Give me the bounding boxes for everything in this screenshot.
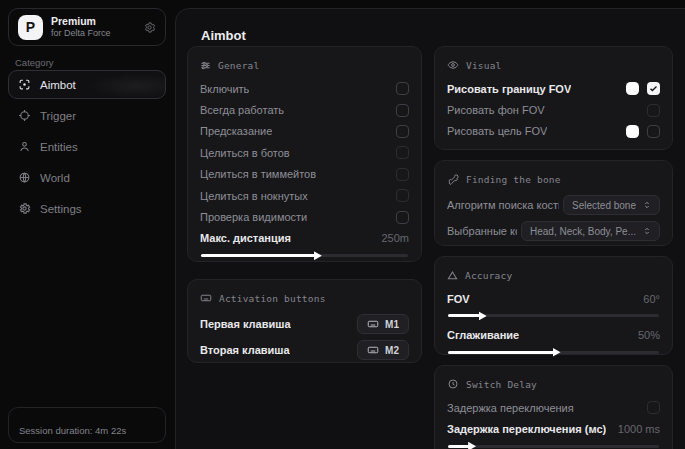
bone-selected-dropdown[interactable]: Head, Neck, Body, Pe... <box>521 221 660 241</box>
max-distance-row: Макс. дистанция 250m <box>200 228 409 249</box>
toggle-row: Целиться в нокнутых <box>200 185 409 206</box>
sliders-icon <box>200 60 211 71</box>
toggle-row: Целиться в ботов <box>200 142 409 163</box>
activation-title: Activation buttons <box>219 293 326 304</box>
bone-selected-label: Выбранные кости <box>447 225 517 237</box>
fov-label: FOV <box>447 293 470 305</box>
world-globe-icon <box>18 171 31 184</box>
bone-selected-row: Выбранные кости Head, Neck, Body, Pe... <box>447 218 660 244</box>
slider-thumb[interactable] <box>479 311 487 320</box>
chevron-up-down-icon <box>643 226 651 236</box>
keyboard-icon <box>200 292 212 304</box>
prediction-checkbox[interactable] <box>396 125 409 138</box>
category-label: Category <box>15 57 54 68</box>
max-distance-slider[interactable] <box>201 254 408 257</box>
toggle-label: Всегда работать <box>200 104 284 116</box>
sidebar-item-trigger[interactable]: Trigger <box>8 101 166 130</box>
fov-border-checkbox[interactable] <box>647 82 660 95</box>
keybind-row: Первая клавиша M1 <box>200 311 409 337</box>
switch-delay-ms-row: Задержка переключения (мс) 1000 ms <box>447 418 660 439</box>
accuracy-card: Accuracy FOV 60° Сглаживание 50% <box>434 256 673 355</box>
sidebar-nav: Aimbot Trigger Entities <box>8 70 166 223</box>
switch-delay-header: Switch Delay <box>447 376 660 392</box>
always-work-checkbox[interactable] <box>396 104 409 117</box>
visual-header: Visual <box>447 57 660 73</box>
second-key-label: Вторая клавиша <box>200 344 290 356</box>
eye-icon <box>447 59 459 71</box>
keybind-value: M1 <box>385 319 399 330</box>
sidebar-item-label: World <box>40 172 70 184</box>
switch-delay-ms-value: 1000 ms <box>618 423 660 435</box>
chevron-up-down-icon <box>643 200 651 210</box>
sidebar-item-world[interactable]: World <box>8 163 166 192</box>
slider-thumb[interactable] <box>314 251 322 260</box>
fov-slider[interactable] <box>448 314 659 317</box>
slider-thumb[interactable] <box>553 348 561 357</box>
accuracy-header: Accuracy <box>447 267 660 283</box>
visual-card: Visual Рисовать границу FOV Рисовать фон… <box>434 46 673 150</box>
switch-delay-slider[interactable] <box>448 445 659 448</box>
entities-person-icon <box>18 140 31 153</box>
session-duration-box: Session duration: 4m 22s <box>8 407 166 443</box>
fov-background-label: Рисовать фон FOV <box>447 104 545 116</box>
activation-header: Activation buttons <box>200 290 409 306</box>
keybind-value: M2 <box>385 345 399 356</box>
sidebar-item-label: Trigger <box>40 110 76 122</box>
first-keybind-button[interactable]: M1 <box>357 314 409 334</box>
smoothing-label: Сглаживание <box>447 329 519 341</box>
bone-card: Finding the bone Алгоритм поиска кости S… <box>434 160 673 246</box>
visibility-check-checkbox[interactable] <box>396 211 409 224</box>
sidebar-item-label: Settings <box>40 203 82 215</box>
toggle-label: Целиться в ботов <box>200 147 290 159</box>
fov-background-checkbox[interactable] <box>647 104 660 117</box>
switch-delay-toggle-row: Задержка переключения <box>447 397 660 418</box>
slider-thumb[interactable] <box>468 442 476 449</box>
triangle-icon <box>447 270 458 281</box>
toggle-row: Всегда работать <box>200 99 409 120</box>
fov-border-color-swatch[interactable] <box>626 82 639 95</box>
toggle-label: Целиться в нокнутых <box>200 190 308 202</box>
target-teammates-checkbox[interactable] <box>396 168 409 181</box>
switch-delay-checkbox[interactable] <box>647 401 660 414</box>
accuracy-title: Accuracy <box>465 270 512 281</box>
smoothing-row: Сглаживание 50% <box>447 324 660 345</box>
switch-delay-card: Switch Delay Задержка переключения Задер… <box>434 365 673 449</box>
bone-algorithm-dropdown[interactable]: Selected bone <box>563 195 660 215</box>
fov-target-checkbox[interactable] <box>647 125 660 138</box>
sidebar-item-aimbot[interactable]: Aimbot <box>8 70 166 99</box>
clock-icon <box>447 378 459 390</box>
sidebar: P Premium for Delta Force Category Aimbo… <box>0 0 174 449</box>
visual-title: Visual <box>466 60 502 71</box>
sidebar-item-settings[interactable]: Settings <box>8 194 166 223</box>
switch-delay-title: Switch Delay <box>466 379 537 390</box>
bone-header: Finding the bone <box>447 171 660 187</box>
aimbot-viewfinder-icon <box>18 78 31 91</box>
target-knocked-checkbox[interactable] <box>396 189 409 202</box>
brand-subtitle: for Delta Force <box>51 28 111 39</box>
second-keybind-button[interactable]: M2 <box>357 340 409 360</box>
enable-checkbox[interactable] <box>396 82 409 95</box>
toggle-row: Проверка видимости <box>200 206 409 227</box>
bone-algorithm-value: Selected bone <box>572 200 636 211</box>
smoothing-slider[interactable] <box>448 351 659 354</box>
general-header: General <box>200 57 409 73</box>
page-title: Aimbot <box>201 28 246 43</box>
brand-title: Premium <box>51 15 111 28</box>
bone-title: Finding the bone <box>466 174 561 185</box>
keybind-row: Вторая клавиша M2 <box>200 337 409 363</box>
smoothing-value: 50% <box>638 329 660 341</box>
visual-row: Рисовать цель FOV <box>447 121 660 142</box>
fov-target-color-swatch[interactable] <box>626 125 639 138</box>
toggle-label: Проверка видимости <box>200 211 307 223</box>
brand-settings-gear-icon[interactable] <box>143 21 156 34</box>
general-title: General <box>218 60 259 71</box>
target-bots-checkbox[interactable] <box>396 146 409 159</box>
visual-row: Рисовать фон FOV <box>447 99 660 120</box>
sidebar-item-entities[interactable]: Entities <box>8 132 166 161</box>
sidebar-item-label: Entities <box>40 141 78 153</box>
switch-delay-toggle-label: Задержка переключения <box>447 402 574 414</box>
fov-border-label: Рисовать границу FOV <box>447 83 571 95</box>
sidebar-item-label: Aimbot <box>40 79 76 91</box>
visual-row: Рисовать границу FOV <box>447 78 660 99</box>
main-panel: Aimbot General Включить Всегда работать … <box>175 8 685 449</box>
